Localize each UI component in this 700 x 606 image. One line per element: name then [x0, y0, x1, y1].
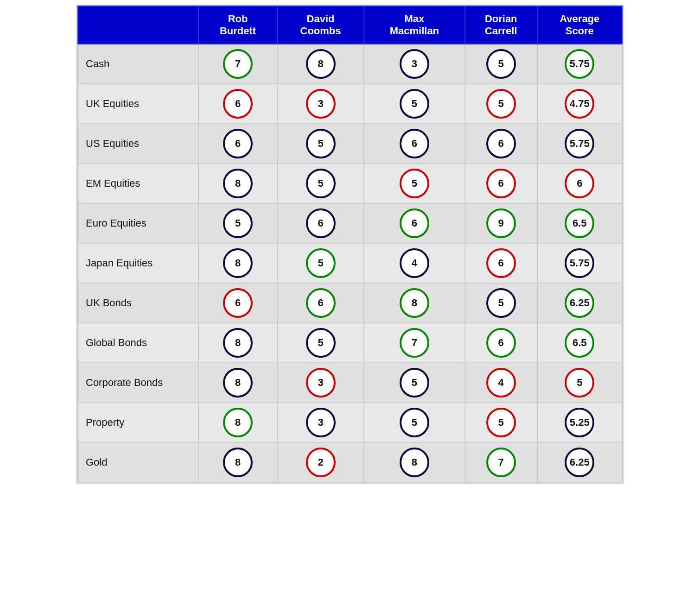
score-cell: 5: [465, 44, 537, 84]
score-circle: 5: [486, 49, 516, 79]
score-circle: 6: [223, 89, 253, 119]
header-max: MaxMacmillan: [364, 6, 465, 44]
row-label: Cash: [78, 44, 198, 84]
table-row: UK Equities63554.75: [78, 84, 622, 124]
score-cell: 6.25: [537, 442, 622, 482]
score-cell: 9: [465, 203, 537, 243]
score-circle: 3: [400, 49, 429, 79]
score-circle: 6.25: [565, 448, 594, 477]
score-cell: 8: [198, 323, 277, 363]
score-circle: 5: [306, 328, 336, 358]
score-cell: 8: [277, 44, 364, 84]
score-cell: 3: [277, 84, 364, 124]
row-label: UK Bonds: [78, 283, 198, 323]
score-cell: 6.25: [537, 283, 622, 323]
score-circle: 5.75: [565, 248, 594, 278]
score-circle: 5: [486, 288, 516, 318]
row-label: Japan Equities: [78, 243, 198, 283]
score-cell: 5: [465, 283, 537, 323]
score-circle: 8: [223, 169, 253, 198]
header-david: DavidCoombs: [277, 6, 364, 44]
score-circle: 6.25: [565, 288, 594, 318]
score-circle: 5: [400, 169, 429, 198]
score-circle: 5.75: [565, 129, 594, 158]
score-cell: 2: [277, 442, 364, 482]
score-circle: 5: [400, 368, 429, 398]
header-dorian: DorianCarrell: [465, 6, 537, 44]
table-row: EM Equities85566: [78, 164, 622, 203]
score-circle: 9: [486, 208, 516, 238]
row-label: Gold: [78, 442, 198, 482]
score-cell: 3: [364, 44, 465, 84]
score-cell: 3: [277, 403, 364, 442]
score-cell: 6: [277, 283, 364, 323]
score-circle: 2: [306, 448, 336, 477]
score-circle: 5.25: [565, 408, 594, 437]
score-cell: 6: [198, 124, 277, 164]
score-cell: 5: [198, 203, 277, 243]
score-cell: 6: [277, 203, 364, 243]
score-circle: 5.75: [565, 49, 594, 79]
score-cell: 5: [277, 243, 364, 283]
score-circle: 7: [400, 328, 429, 358]
score-circle: 4: [400, 248, 429, 278]
score-circle: 8: [306, 49, 336, 79]
score-cell: 5.75: [537, 44, 622, 84]
table-row: Euro Equities56696.5: [78, 203, 622, 243]
score-cell: 6: [198, 84, 277, 124]
score-cell: 8: [198, 403, 277, 442]
score-cell: 5: [277, 124, 364, 164]
score-circle: 6: [486, 248, 516, 278]
score-circle: 5: [565, 368, 594, 398]
row-label: Euro Equities: [78, 203, 198, 243]
score-cell: 5.75: [537, 243, 622, 283]
score-circle: 5: [306, 169, 336, 198]
score-table: RobBurdett DavidCoombs MaxMacmillan Dori…: [76, 5, 624, 484]
score-circle: 5: [223, 208, 253, 238]
row-label: EM Equities: [78, 164, 198, 203]
score-cell: 6: [364, 203, 465, 243]
score-cell: 8: [198, 363, 277, 403]
score-circle: 8: [223, 368, 253, 398]
row-label: Global Bonds: [78, 323, 198, 363]
score-cell: 6: [465, 323, 537, 363]
score-cell: 6: [465, 243, 537, 283]
header-row: RobBurdett DavidCoombs MaxMacmillan Dori…: [78, 6, 622, 44]
score-circle: 7: [223, 49, 253, 79]
score-cell: 5: [364, 164, 465, 203]
score-cell: 3: [277, 363, 364, 403]
score-cell: 5: [465, 403, 537, 442]
score-cell: 5: [465, 84, 537, 124]
score-circle: 8: [223, 408, 253, 437]
score-cell: 5: [364, 403, 465, 442]
score-circle: 7: [486, 448, 516, 477]
score-circle: 6: [486, 169, 516, 198]
table-row: Japan Equities85465.75: [78, 243, 622, 283]
score-cell: 6.5: [537, 323, 622, 363]
score-circle: 6.5: [565, 328, 594, 358]
score-circle: 6: [306, 208, 336, 238]
score-cell: 6.5: [537, 203, 622, 243]
score-circle: 6: [223, 129, 253, 158]
score-cell: 6: [465, 164, 537, 203]
score-cell: 8: [198, 164, 277, 203]
header-rob: RobBurdett: [198, 6, 277, 44]
score-circle: 8: [223, 248, 253, 278]
row-label: US Equities: [78, 124, 198, 164]
score-cell: 6: [465, 124, 537, 164]
score-cell: 6: [537, 164, 622, 203]
score-circle: 8: [400, 288, 429, 318]
score-cell: 5: [364, 363, 465, 403]
score-circle: 4: [486, 368, 516, 398]
table-row: UK Bonds66856.25: [78, 283, 622, 323]
header-label-col: [78, 6, 198, 44]
score-cell: 6: [198, 283, 277, 323]
table-row: Cash78355.75: [78, 44, 622, 84]
row-label: Property: [78, 403, 198, 442]
score-circle: 6: [400, 208, 429, 238]
score-circle: 5: [400, 408, 429, 437]
score-cell: 5: [277, 164, 364, 203]
score-circle: 5: [306, 129, 336, 158]
score-circle: 6: [223, 288, 253, 318]
score-cell: 8: [198, 442, 277, 482]
